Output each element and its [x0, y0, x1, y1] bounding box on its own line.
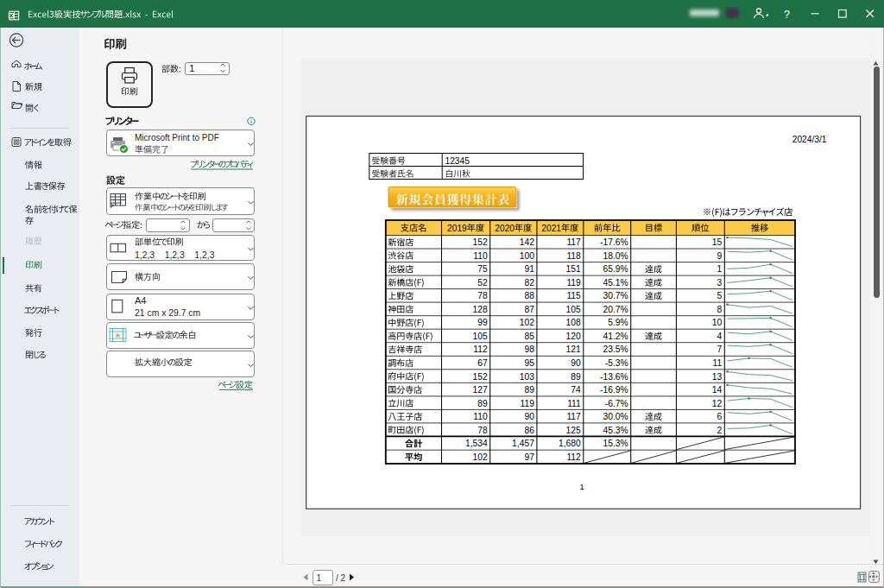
svg-text:/ 2: / 2 — [336, 573, 346, 583]
